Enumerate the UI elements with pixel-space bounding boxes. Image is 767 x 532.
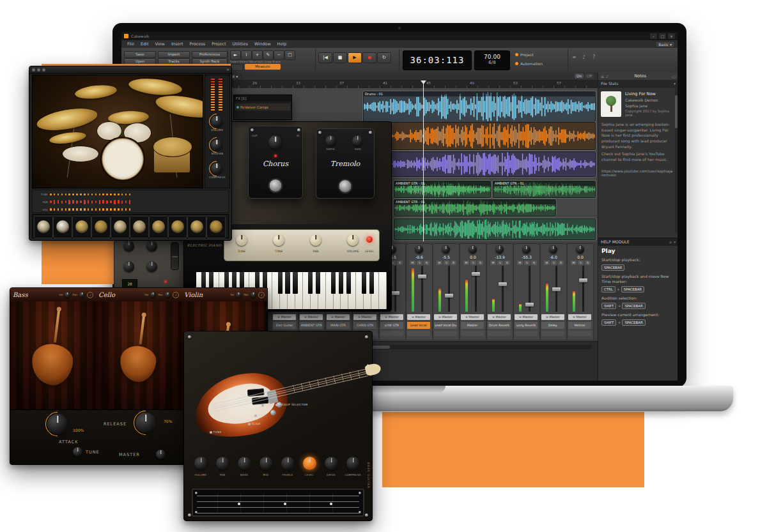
notes-icon[interactable]: ♪ [582, 54, 585, 60]
mini-knob[interactable] [99, 208, 101, 211]
volume-knob[interactable] [211, 116, 222, 127]
mini-knob[interactable] [121, 208, 123, 211]
footswitch[interactable] [268, 178, 283, 193]
mini-knob[interactable] [110, 208, 112, 211]
instrument-cello[interactable] [118, 331, 160, 384]
mini-knob[interactable] [58, 194, 59, 195]
r-button[interactable]: R [504, 261, 510, 265]
mini-knob[interactable] [68, 208, 70, 211]
string-position-dot[interactable] [284, 503, 286, 505]
mini-knob[interactable] [99, 194, 101, 195]
r-button[interactable]: R [477, 261, 483, 265]
bass-knob-mid[interactable] [260, 457, 273, 470]
menu-file[interactable]: File [124, 42, 137, 47]
file-stats-bar[interactable]: File Stats▾ [598, 80, 678, 87]
output-assign[interactable]: ≡ Master [515, 314, 538, 320]
rate-knob[interactable] [352, 135, 363, 146]
knob-vol[interactable] [236, 292, 242, 298]
s-button[interactable]: S [551, 261, 557, 265]
mini-knob[interactable] [50, 208, 52, 211]
s-button[interactable]: S [578, 261, 584, 265]
footswitch[interactable] [338, 179, 353, 194]
menu-help[interactable]: Help [274, 42, 290, 47]
tool-erase[interactable]: □ [284, 50, 295, 60]
output-assign[interactable]: ≡ Master [300, 314, 323, 320]
strip-name[interactable]: CHRIS GTR [353, 322, 376, 329]
transport-loop[interactable]: ↻ [377, 52, 391, 63]
synth-knob[interactable] [123, 261, 134, 272]
pan-knob[interactable] [415, 245, 423, 254]
output-assign[interactable]: ≡ Master [353, 314, 376, 320]
youtube-link[interactable]: https://www.youtube.com/user/sophiajanem… [601, 169, 673, 177]
piano-black-key[interactable] [293, 272, 297, 294]
knob-pan[interactable] [165, 292, 171, 298]
knob-vol[interactable] [65, 292, 70, 298]
piano-black-key[interactable] [339, 272, 343, 294]
instrument-bass[interactable] [29, 328, 77, 387]
attack-knob[interactable] [47, 414, 68, 434]
mini-knob[interactable] [114, 194, 116, 195]
transport-record[interactable]: ● [362, 52, 376, 63]
m-button[interactable]: M [571, 261, 577, 265]
piano-black-key[interactable] [316, 272, 320, 294]
output-assign[interactable]: ≡ Master [541, 314, 564, 320]
list-icon[interactable]: ≡ [601, 74, 604, 79]
info-icon[interactable]: i [173, 292, 179, 298]
tune-knob[interactable] [73, 447, 82, 457]
piano-black-key[interactable] [369, 272, 374, 294]
bass-knob-bass[interactable] [238, 457, 251, 470]
drum-pad[interactable] [130, 216, 149, 238]
mini-knob[interactable] [106, 208, 108, 211]
string-position-dot[interactable] [238, 503, 240, 505]
mini-knob[interactable] [65, 194, 67, 195]
audio-clip-purple[interactable] [391, 151, 596, 177]
m-button[interactable]: M [517, 261, 523, 265]
mix-row-automation[interactable]: Automation [515, 61, 543, 66]
mini-knob[interactable] [129, 194, 131, 195]
cymbal[interactable] [154, 92, 203, 121]
strip-name[interactable]: Elec Guitar [273, 322, 296, 329]
s-button[interactable]: S [524, 261, 530, 265]
snare-drum[interactable] [62, 146, 99, 162]
help-icon[interactable]: ? [593, 54, 595, 60]
bass-knob-level[interactable] [303, 457, 316, 470]
mini-knob[interactable] [61, 208, 63, 211]
mini-knob[interactable] [102, 194, 104, 195]
fader-cap[interactable] [499, 282, 507, 286]
pan-knob[interactable] [495, 245, 504, 254]
gear-icon[interactable]: ≡ [572, 54, 577, 60]
cymbal[interactable] [35, 105, 99, 134]
media-icon[interactable]: ♪ [606, 74, 608, 79]
floor-tom[interactable] [153, 137, 192, 157]
strip-name[interactable]: Lead Vocal [407, 322, 430, 329]
r-button[interactable]: R [531, 261, 537, 265]
volume-fader[interactable] [475, 266, 477, 312]
synth-knob[interactable] [146, 241, 157, 252]
mini-knob[interactable] [76, 194, 78, 195]
bass-knob-volume[interactable] [194, 457, 208, 470]
drum-pad[interactable] [111, 216, 130, 238]
mini-knob[interactable] [106, 194, 108, 195]
tune-knob[interactable] [236, 234, 247, 246]
knob-vol[interactable] [150, 292, 156, 298]
transport-stop[interactable]: ■ [333, 52, 347, 63]
strip-name[interactable]: MAIN GTR [327, 322, 350, 329]
volume-fader[interactable] [448, 266, 450, 312]
output-assign[interactable]: ≡ Master [407, 314, 430, 320]
mini-knob[interactable] [91, 194, 93, 195]
ctrl-import[interactable]: Import [158, 51, 190, 58]
r-button[interactable]: R [451, 261, 456, 265]
volume-fader[interactable] [421, 266, 423, 312]
tool-edit[interactable]: ✎ [263, 50, 274, 60]
m-button[interactable]: M [410, 261, 415, 265]
release-knob[interactable] [136, 413, 156, 433]
cymbal[interactable] [128, 77, 183, 98]
fx-power-dot[interactable] [236, 106, 239, 109]
home-icon[interactable]: ⌂ × [669, 238, 676, 246]
fader-cap[interactable] [579, 278, 587, 282]
tone-knob[interactable] [273, 234, 284, 246]
piano-white-key[interactable] [379, 272, 387, 309]
knob-pan[interactable] [251, 292, 256, 298]
volume-fader[interactable] [555, 266, 557, 312]
mini-knob[interactable] [58, 208, 59, 211]
